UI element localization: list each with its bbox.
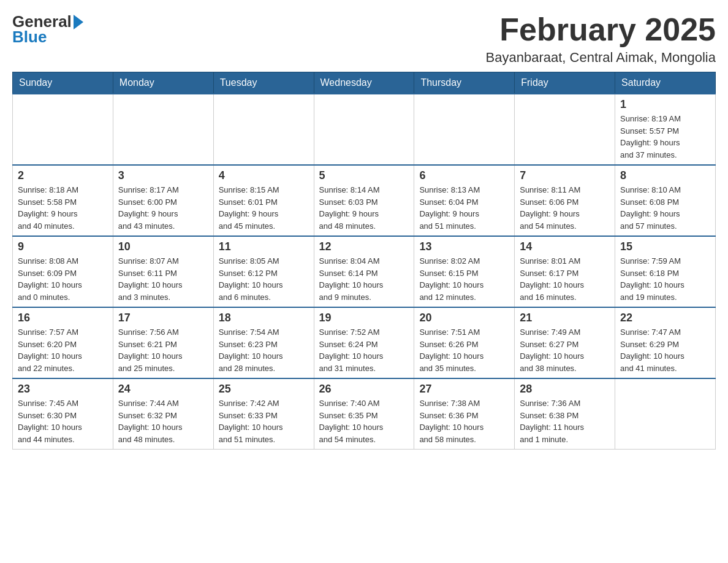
day-number: 18 (219, 312, 309, 324)
day-number: 8 (620, 169, 710, 182)
logo: General Blue (12, 12, 83, 47)
calendar-cell (615, 378, 716, 450)
day-info: Sunrise: 7:54 AMSunset: 6:23 PMDaylight:… (219, 326, 309, 374)
day-info: Sunrise: 8:10 AMSunset: 6:08 PMDaylight:… (620, 184, 710, 232)
calendar-cell (113, 94, 213, 165)
calendar-cell: 14Sunrise: 8:01 AMSunset: 6:17 PMDayligh… (515, 236, 615, 307)
day-info: Sunrise: 7:36 AMSunset: 6:38 PMDaylight:… (520, 397, 610, 445)
calendar-cell (13, 94, 113, 165)
day-info: Sunrise: 7:57 AMSunset: 6:20 PMDaylight:… (18, 326, 108, 374)
day-info: Sunrise: 8:13 AMSunset: 6:04 PMDaylight:… (419, 184, 509, 232)
day-info: Sunrise: 8:02 AMSunset: 6:15 PMDaylight:… (419, 255, 509, 303)
calendar-cell: 17Sunrise: 7:56 AMSunset: 6:21 PMDayligh… (113, 307, 213, 378)
day-info: Sunrise: 8:11 AMSunset: 6:06 PMDaylight:… (520, 184, 610, 232)
day-number: 13 (419, 240, 509, 253)
day-number: 11 (219, 240, 309, 253)
day-number: 12 (319, 240, 409, 253)
calendar-cell: 6Sunrise: 8:13 AMSunset: 6:04 PMDaylight… (414, 165, 515, 236)
calendar-cell: 13Sunrise: 8:02 AMSunset: 6:15 PMDayligh… (414, 236, 515, 307)
calendar-cell: 11Sunrise: 8:05 AMSunset: 6:12 PMDayligh… (213, 236, 314, 307)
day-number: 28 (520, 383, 610, 396)
day-number: 4 (219, 169, 309, 182)
calendar-week-row: 16Sunrise: 7:57 AMSunset: 6:20 PMDayligh… (13, 307, 716, 378)
day-number: 15 (620, 240, 710, 253)
calendar-day-header: Friday (515, 72, 615, 94)
calendar-week-row: 2Sunrise: 8:18 AMSunset: 5:58 PMDaylight… (13, 165, 716, 236)
calendar-day-header: Wednesday (314, 72, 414, 94)
day-number: 5 (319, 169, 409, 182)
calendar-cell (314, 94, 414, 165)
calendar-cell: 22Sunrise: 7:47 AMSunset: 6:29 PMDayligh… (615, 307, 716, 378)
day-info: Sunrise: 8:17 AMSunset: 6:00 PMDaylight:… (118, 184, 208, 232)
day-info: Sunrise: 7:42 AMSunset: 6:33 PMDaylight:… (219, 397, 309, 445)
day-number: 24 (118, 383, 208, 396)
day-info: Sunrise: 8:05 AMSunset: 6:12 PMDaylight:… (219, 255, 309, 303)
day-info: Sunrise: 8:01 AMSunset: 6:17 PMDaylight:… (520, 255, 610, 303)
day-info: Sunrise: 8:15 AMSunset: 6:01 PMDaylight:… (219, 184, 309, 232)
calendar-cell: 15Sunrise: 7:59 AMSunset: 6:18 PMDayligh… (615, 236, 716, 307)
calendar-cell (414, 94, 515, 165)
page-header: General Blue February 2025 Bayanbaraat, … (12, 12, 716, 66)
calendar-cell: 10Sunrise: 8:07 AMSunset: 6:11 PMDayligh… (113, 236, 213, 307)
day-number: 9 (18, 240, 108, 253)
day-info: Sunrise: 7:38 AMSunset: 6:36 PMDaylight:… (419, 397, 509, 445)
calendar-cell: 26Sunrise: 7:40 AMSunset: 6:35 PMDayligh… (314, 378, 414, 450)
calendar-cell: 21Sunrise: 7:49 AMSunset: 6:27 PMDayligh… (515, 307, 615, 378)
day-number: 22 (620, 312, 710, 324)
day-number: 14 (520, 240, 610, 253)
day-info: Sunrise: 7:45 AMSunset: 6:30 PMDaylight:… (18, 397, 108, 445)
calendar-cell: 1Sunrise: 8:19 AMSunset: 5:57 PMDaylight… (615, 94, 716, 165)
calendar-week-row: 23Sunrise: 7:45 AMSunset: 6:30 PMDayligh… (13, 378, 716, 450)
day-info: Sunrise: 7:40 AMSunset: 6:35 PMDaylight:… (319, 397, 409, 445)
day-number: 17 (118, 312, 208, 324)
day-info: Sunrise: 8:04 AMSunset: 6:14 PMDaylight:… (319, 255, 409, 303)
calendar-cell (213, 94, 314, 165)
logo-blue-text: Blue (12, 28, 47, 47)
calendar-cell: 25Sunrise: 7:42 AMSunset: 6:33 PMDayligh… (213, 378, 314, 450)
day-info: Sunrise: 8:19 AMSunset: 5:57 PMDaylight:… (620, 113, 710, 161)
calendar-cell: 19Sunrise: 7:52 AMSunset: 6:24 PMDayligh… (314, 307, 414, 378)
day-info: Sunrise: 8:08 AMSunset: 6:09 PMDaylight:… (18, 255, 108, 303)
day-info: Sunrise: 7:49 AMSunset: 6:27 PMDaylight:… (520, 326, 610, 374)
calendar-cell: 4Sunrise: 8:15 AMSunset: 6:01 PMDaylight… (213, 165, 314, 236)
day-info: Sunrise: 7:59 AMSunset: 6:18 PMDaylight:… (620, 255, 710, 303)
day-number: 20 (419, 312, 509, 324)
day-info: Sunrise: 8:14 AMSunset: 6:03 PMDaylight:… (319, 184, 409, 232)
calendar-cell: 27Sunrise: 7:38 AMSunset: 6:36 PMDayligh… (414, 378, 515, 450)
title-area: February 2025 Bayanbaraat, Central Aimak… (486, 12, 716, 66)
calendar-cell: 12Sunrise: 8:04 AMSunset: 6:14 PMDayligh… (314, 236, 414, 307)
calendar-cell: 5Sunrise: 8:14 AMSunset: 6:03 PMDaylight… (314, 165, 414, 236)
location-title: Bayanbaraat, Central Aimak, Mongolia (486, 50, 716, 66)
day-number: 7 (520, 169, 610, 182)
day-info: Sunrise: 7:51 AMSunset: 6:26 PMDaylight:… (419, 326, 509, 374)
calendar-cell: 23Sunrise: 7:45 AMSunset: 6:30 PMDayligh… (13, 378, 113, 450)
calendar-table: SundayMondayTuesdayWednesdayThursdayFrid… (12, 72, 716, 450)
day-number: 21 (520, 312, 610, 324)
day-number: 6 (419, 169, 509, 182)
calendar-day-header: Sunday (13, 72, 113, 94)
calendar-cell: 20Sunrise: 7:51 AMSunset: 6:26 PMDayligh… (414, 307, 515, 378)
calendar-day-header: Monday (113, 72, 213, 94)
day-number: 2 (18, 169, 108, 182)
day-number: 23 (18, 383, 108, 396)
day-number: 25 (219, 383, 309, 396)
day-number: 26 (319, 383, 409, 396)
calendar-week-row: 1Sunrise: 8:19 AMSunset: 5:57 PMDaylight… (13, 94, 716, 165)
day-info: Sunrise: 7:44 AMSunset: 6:32 PMDaylight:… (118, 397, 208, 445)
calendar-header-row: SundayMondayTuesdayWednesdayThursdayFrid… (13, 72, 716, 94)
calendar-cell: 9Sunrise: 8:08 AMSunset: 6:09 PMDaylight… (13, 236, 113, 307)
logo-arrow-icon (74, 15, 83, 29)
calendar-cell: 18Sunrise: 7:54 AMSunset: 6:23 PMDayligh… (213, 307, 314, 378)
day-number: 10 (118, 240, 208, 253)
day-number: 1 (620, 98, 710, 111)
day-number: 16 (18, 312, 108, 324)
calendar-cell: 16Sunrise: 7:57 AMSunset: 6:20 PMDayligh… (13, 307, 113, 378)
calendar-cell: 24Sunrise: 7:44 AMSunset: 6:32 PMDayligh… (113, 378, 213, 450)
day-number: 19 (319, 312, 409, 324)
day-info: Sunrise: 7:52 AMSunset: 6:24 PMDaylight:… (319, 326, 409, 374)
calendar-day-header: Saturday (615, 72, 716, 94)
calendar-cell: 2Sunrise: 8:18 AMSunset: 5:58 PMDaylight… (13, 165, 113, 236)
calendar-cell: 7Sunrise: 8:11 AMSunset: 6:06 PMDaylight… (515, 165, 615, 236)
calendar-cell: 3Sunrise: 8:17 AMSunset: 6:00 PMDaylight… (113, 165, 213, 236)
calendar-cell: 28Sunrise: 7:36 AMSunset: 6:38 PMDayligh… (515, 378, 615, 450)
